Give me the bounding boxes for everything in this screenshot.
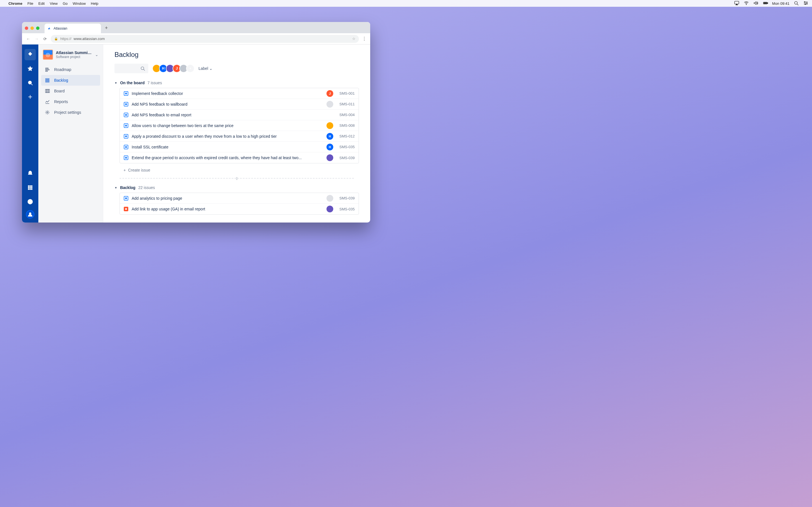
battery-icon[interactable] [763, 0, 768, 7]
assignee-avatar[interactable] [326, 101, 333, 108]
issue-key: SMS-012 [337, 134, 355, 138]
menu-go[interactable]: Go [63, 1, 67, 6]
sidebar-item-board[interactable]: Board [41, 86, 100, 96]
roadmap-icon [45, 67, 50, 72]
browser-menu-button[interactable]: ⋮ [362, 36, 367, 41]
menu-view[interactable]: View [50, 1, 57, 6]
create-issue-button[interactable]: +Create issue [119, 165, 359, 175]
issue-row[interactable]: Implement feedback collector J SMS-001 [120, 88, 359, 99]
sidebar-item-reports[interactable]: Reports [41, 96, 100, 107]
volume-icon[interactable] [753, 0, 759, 7]
issue-row[interactable]: Add NPS feedback to email report SMS-004 [120, 110, 359, 120]
main-content: Backlog HJ+ Label ⌄ ▼ On the board 7 iss… [103, 45, 370, 223]
forward-button[interactable]: → [34, 37, 40, 41]
svg-point-10 [804, 1, 805, 2]
browser-tab-title: Atlassian [54, 26, 67, 31]
project-selector[interactable]: ◎ Atlassian Summit... Software project ⌄ [41, 50, 100, 64]
back-button[interactable]: ← [26, 37, 31, 41]
svg-rect-3 [764, 3, 767, 3]
assignee-avatar[interactable]: H [326, 133, 333, 140]
spotlight-icon[interactable] [794, 0, 799, 7]
svg-point-12 [805, 4, 806, 4]
chevron-down-icon: ▼ [114, 81, 117, 84]
nav-create-icon[interactable] [24, 91, 36, 103]
control-center-icon[interactable] [803, 0, 809, 7]
issue-row[interactable]: Add link to app usage (GA) in email repo… [120, 204, 359, 214]
nav-search-icon[interactable] [24, 77, 36, 89]
issue-row[interactable]: Extend the grace period to accounts with… [120, 152, 359, 163]
url-protocol: https:// [60, 37, 71, 41]
nav-profile-avatar[interactable] [26, 210, 35, 219]
menu-window[interactable]: Window [73, 1, 86, 6]
window-zoom-button[interactable] [36, 26, 40, 30]
sidebar-item-roadmap[interactable]: Roadmap [41, 64, 100, 75]
assignee-avatar[interactable] [326, 206, 333, 212]
reload-button[interactable]: ⟳ [42, 37, 48, 41]
nav-help-icon[interactable] [24, 196, 36, 207]
section-header[interactable]: ▼ Backlog 22 issues [114, 185, 359, 190]
issue-row[interactable]: Install SSL certificate H SMS-035 [120, 142, 359, 152]
app-root: ◎ Atlassian Summit... Software project ⌄… [22, 45, 370, 223]
browser-toolbar: ← → ⟳ 🔒 https:// www.atlassian.com ☆ ⋮ [22, 33, 370, 45]
issue-row[interactable]: Apply a prorated discount to a user when… [120, 131, 359, 142]
issue-type-icon [124, 102, 128, 107]
menubar-clock[interactable]: Mon 09:41 [772, 1, 790, 6]
add-assignee-button[interactable]: + [186, 64, 195, 73]
issue-type-icon [124, 145, 128, 149]
section-name: Backlog [120, 185, 135, 190]
chevron-down-icon: ▼ [114, 186, 117, 189]
page-title: Backlog [114, 51, 359, 59]
section-count: 22 issues [138, 185, 155, 190]
menubar-app[interactable]: Chrome [8, 1, 22, 6]
section-header[interactable]: ▼ On the board 7 issues [114, 80, 359, 85]
svg-line-6 [797, 4, 798, 5]
menu-file[interactable]: File [28, 1, 33, 6]
plus-icon: + [123, 168, 126, 172]
section-divider[interactable]: ⇕ [119, 178, 354, 179]
nav-apps-icon[interactable] [24, 182, 36, 193]
svg-rect-37 [48, 89, 49, 93]
svg-rect-24 [30, 189, 31, 190]
menu-edit[interactable]: Edit [38, 1, 45, 6]
svg-line-40 [144, 69, 145, 70]
wifi-icon[interactable] [744, 0, 749, 7]
new-tab-button[interactable]: + [105, 25, 108, 31]
window-controls [25, 26, 40, 30]
sidebar-item-label: Backlog [54, 78, 68, 82]
menu-help[interactable]: Help [91, 1, 98, 6]
browser-tab[interactable]: Atlassian [45, 24, 101, 33]
svg-point-27 [30, 203, 30, 203]
reports-icon [45, 99, 50, 105]
window-minimize-button[interactable] [31, 26, 34, 30]
board-icon [45, 88, 50, 94]
assignee-avatar[interactable] [326, 195, 333, 202]
svg-rect-18 [30, 186, 31, 187]
bookmark-star-icon[interactable]: ☆ [352, 37, 356, 41]
airplay-icon[interactable] [734, 0, 740, 7]
assignee-avatar[interactable] [326, 154, 333, 161]
sidebar-nav: Roadmap Backlog Board [41, 64, 100, 118]
search-input[interactable] [114, 64, 148, 73]
project-sidebar: ◎ Atlassian Summit... Software project ⌄… [38, 45, 103, 223]
issue-row[interactable]: Allow users to change between two tiers … [120, 120, 359, 131]
svg-rect-19 [31, 186, 33, 187]
assignee-avatar[interactable]: J [326, 90, 333, 97]
assignee-avatar[interactable] [326, 122, 333, 129]
svg-point-11 [807, 3, 808, 3]
sidebar-item-backlog[interactable]: Backlog [41, 75, 100, 86]
issue-title: Add analytics to pricing page [132, 196, 323, 201]
issue-row[interactable]: Add NPS feedback to wallboard SMS-011 [120, 99, 359, 110]
nav-notifications-icon[interactable] [24, 168, 36, 179]
nav-jira-icon[interactable] [24, 49, 36, 60]
sidebar-item-settings[interactable]: Project settings [41, 107, 100, 118]
atlassian-logo-icon [47, 26, 51, 31]
address-bar[interactable]: 🔒 https:// www.atlassian.com ☆ [51, 35, 359, 43]
backlog-icon [45, 77, 50, 83]
svg-rect-33 [45, 80, 49, 81]
assignee-avatar[interactable]: H [326, 144, 333, 151]
window-close-button[interactable] [25, 26, 28, 30]
issue-type-icon [124, 156, 128, 160]
issue-row[interactable]: Add analytics to pricing page SMS-039 [120, 193, 359, 204]
nav-star-icon[interactable] [24, 63, 36, 74]
label-filter[interactable]: Label ⌄ [199, 66, 213, 71]
